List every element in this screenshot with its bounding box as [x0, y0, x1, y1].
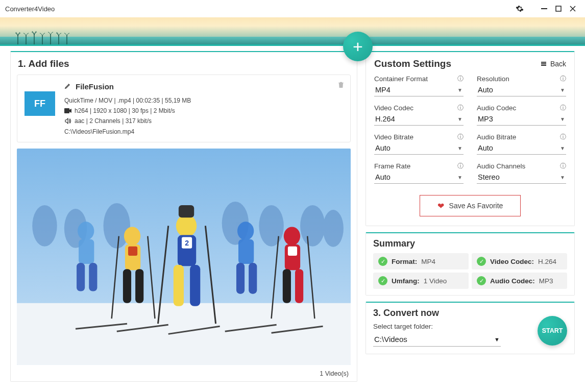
- settings-title: Custom Settings: [374, 58, 451, 69]
- svg-rect-49: [541, 64, 546, 64]
- svg-point-11: [323, 210, 344, 247]
- field-video-codec: Video Codecⓘ H.264▼: [374, 104, 464, 126]
- field-audio-bitrate: Audio Bitrateⓘ Auto▼: [477, 133, 566, 155]
- svg-rect-25: [135, 269, 143, 303]
- svg-rect-40: [79, 239, 94, 264]
- summary-panel: Summary ✓Format:MP4 ✓Video Codec:H.264 ✓…: [365, 232, 575, 296]
- svg-rect-16: [174, 265, 184, 306]
- svg-point-28: [284, 227, 300, 245]
- file-path: C:\Videos\FileFusion.mp4: [64, 127, 343, 137]
- chevron-down-icon: ▼: [494, 336, 500, 342]
- chevron-down-icon: ▼: [560, 87, 565, 93]
- select-frame-rate[interactable]: Auto▼: [374, 172, 464, 184]
- svg-rect-31: [283, 269, 291, 303]
- info-icon[interactable]: ⓘ: [457, 75, 464, 83]
- summary-format: ✓Format:MP4: [373, 253, 469, 270]
- audio-icon: [64, 118, 71, 124]
- heart-icon: ❤: [437, 201, 444, 211]
- add-files-title: 1. Add files: [11, 52, 357, 75]
- svg-rect-0: [541, 8, 547, 9]
- target-folder-value: C:\Videos: [374, 335, 407, 344]
- info-icon[interactable]: ⓘ: [560, 75, 566, 83]
- svg-point-39: [78, 222, 94, 240]
- summary-title: Summary: [373, 238, 567, 249]
- select-video-codec[interactable]: H.264▼: [374, 113, 464, 126]
- field-audio-codec: Audio Codecⓘ MP3▼: [477, 104, 566, 126]
- info-icon[interactable]: ⓘ: [560, 162, 566, 170]
- back-button[interactable]: Back: [540, 60, 566, 68]
- svg-rect-4: [17, 303, 351, 365]
- save-favorite-button[interactable]: ❤ Save As Favorite: [420, 195, 521, 216]
- svg-point-5: [32, 205, 57, 247]
- file-info: FileFusion QuickTime / MOV | .mp4 | 00:0…: [64, 80, 343, 137]
- info-icon[interactable]: ⓘ: [560, 133, 566, 141]
- chevron-down-icon: ▼: [560, 116, 565, 122]
- svg-rect-1: [556, 6, 561, 11]
- start-button[interactable]: START: [538, 316, 567, 346]
- file-card[interactable]: FF FileFusion QuickTime / MOV | .mp4 | 0…: [17, 75, 351, 142]
- info-icon[interactable]: ⓘ: [560, 104, 566, 112]
- svg-rect-42: [89, 263, 97, 291]
- svg-rect-41: [77, 263, 85, 291]
- svg-rect-20: [179, 205, 194, 217]
- svg-rect-30: [288, 247, 297, 256]
- select-audio-channels[interactable]: Stereo▼: [477, 172, 566, 184]
- save-favorite-label: Save As Favorite: [449, 202, 503, 210]
- video-icon: [64, 108, 71, 113]
- minimize-icon[interactable]: [537, 2, 551, 16]
- file-meta-line2: h264 | 1920 x 1080 | 30 fps | 2 Mbit/s: [75, 106, 175, 116]
- chevron-down-icon: ▼: [560, 175, 565, 180]
- select-audio-bitrate[interactable]: Auto▼: [477, 142, 566, 155]
- select-audio-codec[interactable]: MP3▼: [477, 113, 566, 126]
- close-icon[interactable]: [566, 2, 580, 16]
- maximize-icon[interactable]: [551, 2, 566, 16]
- convert-panel: 3. Convert now Select target folder: C:\…: [365, 302, 575, 354]
- svg-rect-38: [249, 263, 257, 294]
- svg-point-9: [259, 205, 283, 247]
- convert-title: 3. Convert now: [373, 308, 567, 318]
- summary-umfang: ✓Umfang:1 Video: [373, 273, 469, 289]
- svg-point-12: [176, 214, 197, 237]
- info-icon[interactable]: ⓘ: [457, 133, 464, 141]
- svg-rect-24: [123, 269, 131, 303]
- video-count: 1 Video(s): [11, 368, 357, 381]
- edit-icon[interactable]: [64, 80, 71, 93]
- back-label: Back: [550, 60, 566, 68]
- delete-icon[interactable]: [337, 80, 345, 91]
- chevron-down-icon: ▼: [457, 145, 462, 151]
- select-video-bitrate[interactable]: Auto▼: [374, 142, 464, 155]
- select-container-format[interactable]: MP4▼: [374, 84, 464, 96]
- check-icon: ✓: [378, 257, 387, 266]
- select-resolution[interactable]: Auto▼: [477, 84, 566, 96]
- gear-icon[interactable]: [513, 2, 527, 16]
- chevron-down-icon: ▼: [457, 175, 462, 180]
- target-folder-select[interactable]: C:\Videos ▼: [373, 333, 501, 347]
- info-icon[interactable]: ⓘ: [457, 104, 464, 112]
- svg-point-35: [237, 222, 254, 240]
- add-file-fab[interactable]: +: [343, 32, 373, 61]
- svg-text:2: 2: [185, 239, 189, 247]
- file-name: FileFusion: [76, 80, 114, 93]
- banner: [0, 17, 585, 46]
- video-preview: 2: [17, 149, 351, 365]
- field-audio-channels: Audio Channelsⓘ Stereo▼: [477, 162, 566, 184]
- check-icon: ✓: [477, 257, 486, 266]
- summary-video-codec: ✓Video Codec:H.264: [472, 253, 567, 270]
- titlebar: Converter4Video: [0, 0, 585, 17]
- file-thumbnail: FF: [25, 91, 55, 116]
- app-title: Converter4Video: [5, 5, 513, 13]
- summary-audio-codec: ✓Audio Codec:MP3: [472, 273, 567, 289]
- svg-rect-36: [238, 239, 254, 264]
- chevron-down-icon: ▼: [457, 116, 462, 122]
- field-video-bitrate: Video Bitrateⓘ Auto▼: [374, 133, 464, 155]
- field-resolution: Resolutionⓘ Auto▼: [477, 75, 566, 96]
- info-icon[interactable]: ⓘ: [457, 162, 464, 170]
- svg-rect-37: [236, 263, 245, 294]
- chevron-down-icon: ▼: [560, 145, 565, 151]
- file-meta-line1: QuickTime / MOV | .mp4 | 00:02:35 | 55,1…: [64, 95, 343, 106]
- field-container-format: Container Formatⓘ MP4▼: [374, 75, 464, 96]
- svg-rect-32: [295, 269, 303, 303]
- svg-rect-23: [128, 247, 137, 256]
- svg-point-21: [124, 227, 140, 245]
- svg-rect-50: [541, 65, 546, 66]
